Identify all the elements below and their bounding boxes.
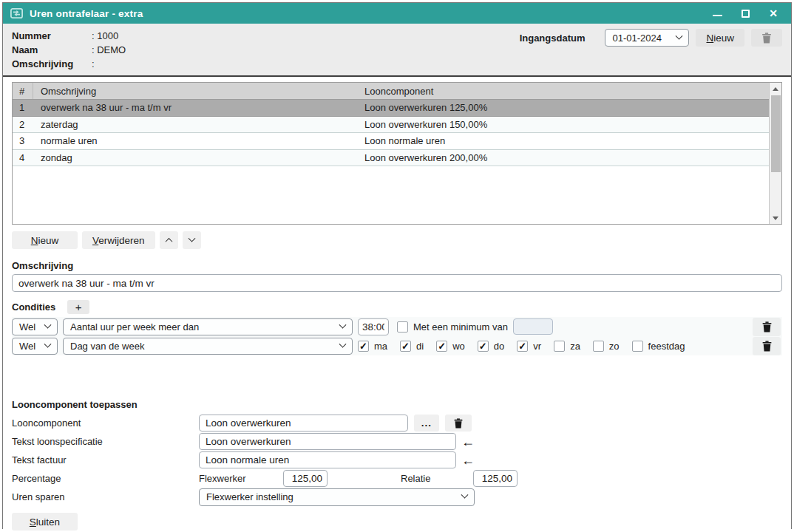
day-label: zo: [609, 341, 620, 352]
condities-label: Condities: [12, 301, 55, 313]
tekst-loonspecificatie-row: Tekst loonspecificatie ←: [12, 432, 782, 451]
day-feestdag-checkbox[interactable]: [632, 341, 643, 352]
day-label: vr: [533, 341, 541, 352]
delete-condition2-button[interactable]: [753, 337, 781, 355]
detail-omschrijving-input[interactable]: [12, 274, 782, 292]
app-icon: [10, 8, 23, 18]
copy-back-icon[interactable]: ←: [461, 454, 475, 467]
looncomponent-section-title: Looncomponent toepassen: [12, 399, 782, 410]
tekst-factuur-input[interactable]: [199, 451, 456, 468]
day-ma-checkbox[interactable]: [358, 341, 369, 352]
condition1-negation-select[interactable]: Wel: [12, 318, 58, 335]
close-icon[interactable]: ✕: [769, 7, 778, 19]
nieuw-row-label: Nieuw: [31, 235, 59, 246]
condition2-type-select[interactable]: Dag van de week: [63, 338, 353, 355]
looncomponent-browse-button[interactable]: ...: [414, 415, 439, 432]
tekst-loonspecificatie-label: Tekst loonspecificatie: [12, 436, 199, 447]
scroll-up-icon[interactable]: [770, 83, 781, 95]
dialog-window: Uren ontrafelaar - extra ✕ Nummer : 1000…: [2, 2, 792, 529]
nieuw-row-button[interactable]: Nieuw: [12, 231, 78, 249]
table-row[interactable]: 4 zondag Loon overwerkuren 200,00%: [13, 150, 769, 167]
row-looncomponent: Loon overwerkuren 200,00%: [357, 152, 769, 163]
nummer-label: Nummer: [12, 29, 92, 43]
flexwerker-label: Flexwerker: [199, 473, 283, 484]
uren-sparen-row: Uren sparen Flexwerker instelling: [12, 488, 782, 506]
day-label: do: [494, 341, 504, 352]
detail-omschrijving-label: Omschrijving: [12, 260, 782, 271]
looncomponent-label: Looncomponent: [12, 417, 199, 429]
col-header-looncomponent[interactable]: Looncomponent: [357, 86, 769, 97]
row-omschrijving: overwerk na 38 uur - ma t/m vr: [33, 102, 357, 113]
condition1-negation-value: Wel: [19, 321, 35, 332]
add-condition-button[interactable]: +: [67, 300, 89, 314]
chevron-down-icon: [339, 321, 347, 328]
row-num: 4: [13, 152, 33, 163]
header-nieuw-button[interactable]: Nieuw: [696, 29, 744, 47]
relatie-label: Relatie: [401, 473, 429, 484]
tekst-loonspecificatie-input[interactable]: [199, 433, 456, 450]
condition1-hours-input[interactable]: [358, 318, 389, 335]
delete-condition1-button[interactable]: [753, 318, 781, 336]
day-label: feestdag: [648, 341, 685, 352]
maximize-icon[interactable]: [742, 7, 750, 19]
tekst-factuur-row: Tekst factuur ←: [12, 451, 782, 469]
table-row[interactable]: 2 zaterdag Loon overwerkuren 150,00%: [13, 117, 769, 134]
day-zo-checkbox[interactable]: [593, 341, 604, 352]
naam-label: Naam: [12, 43, 92, 57]
row-num: 2: [13, 119, 33, 130]
copy-back-icon[interactable]: ←: [461, 435, 475, 449]
flexwerker-percentage-input[interactable]: [283, 470, 328, 487]
condition2-type-value: Dag van de week: [70, 341, 144, 352]
condition2-negation-select[interactable]: Wel: [12, 338, 58, 355]
scroll-down-icon[interactable]: [770, 212, 781, 224]
sluiten-button[interactable]: Sluiten: [12, 513, 78, 531]
chevron-down-icon: [676, 32, 683, 39]
chevron-down-icon: [44, 321, 52, 328]
move-up-button[interactable]: [160, 231, 178, 249]
row-num: 1: [13, 102, 33, 113]
ingangsdatum-value: 01-01-2024: [612, 33, 662, 44]
condition1-type-value: Aantal uur per week meer dan: [70, 321, 199, 332]
verwijderen-label: Verwijderen: [92, 235, 145, 246]
omschrijving-header-value: :: [92, 57, 95, 71]
looncomponent-input[interactable]: [199, 415, 408, 432]
col-header-num[interactable]: #: [13, 83, 33, 99]
components-table: # Omschrijving Looncomponent 1 overwerk …: [12, 82, 782, 225]
relatie-percentage-input[interactable]: [473, 470, 518, 487]
header-delete-button[interactable]: [751, 29, 782, 47]
uren-sparen-value: Flexwerker instelling: [206, 491, 293, 502]
condition-row-1: Wel Aantal uur per week meer dan Met een…: [12, 317, 782, 336]
move-down-button[interactable]: [183, 231, 201, 249]
table-row[interactable]: 3 normale uren Loon normale uren: [13, 133, 769, 150]
ingangsdatum-label: Ingangsdatum: [520, 33, 586, 44]
window-controls: ✕: [713, 7, 778, 19]
omschrijving-header-label: Omschrijving: [12, 57, 92, 71]
minimum-value-input[interactable]: [513, 318, 553, 335]
verwijderen-button[interactable]: Verwijderen: [82, 231, 155, 249]
day-za-checkbox[interactable]: [554, 341, 565, 352]
day-do-checkbox[interactable]: [478, 341, 489, 352]
day-wo-checkbox[interactable]: [436, 341, 447, 352]
day-vr-checkbox[interactable]: [517, 341, 528, 352]
condition-row-2: Wel Dag van de week ma di wo do vr za zo…: [12, 336, 782, 355]
col-header-omschrijving[interactable]: Omschrijving: [33, 86, 357, 97]
condition1-type-select[interactable]: Aantal uur per week meer dan: [63, 318, 353, 335]
main-content: # Omschrijving Looncomponent 1 overwerk …: [3, 77, 791, 531]
minimize-icon[interactable]: [713, 7, 722, 19]
row-looncomponent: Loon overwerkuren 125,00%: [357, 102, 769, 113]
row-omschrijving: zaterdag: [33, 119, 357, 130]
ingangsdatum-select[interactable]: 01-01-2024: [605, 29, 689, 47]
table-scrollbar[interactable]: [769, 83, 781, 224]
chevron-down-icon: [44, 340, 52, 347]
scrollbar-thumb[interactable]: [771, 95, 781, 172]
minimum-checkbox[interactable]: [397, 321, 408, 332]
day-di-checkbox[interactable]: [400, 341, 411, 352]
table-row[interactable]: 1 overwerk na 38 uur - ma t/m vr Loon ov…: [13, 100, 769, 117]
looncomponent-clear-button[interactable]: [445, 415, 472, 432]
trash-icon: [454, 418, 463, 429]
title-bar: Uren ontrafelaar - extra ✕: [3, 3, 791, 24]
uren-sparen-select[interactable]: Flexwerker instelling: [199, 488, 475, 506]
row-num: 3: [13, 135, 33, 146]
condition2-negation-value: Wel: [19, 341, 35, 352]
tekst-factuur-label: Tekst factuur: [12, 454, 199, 466]
